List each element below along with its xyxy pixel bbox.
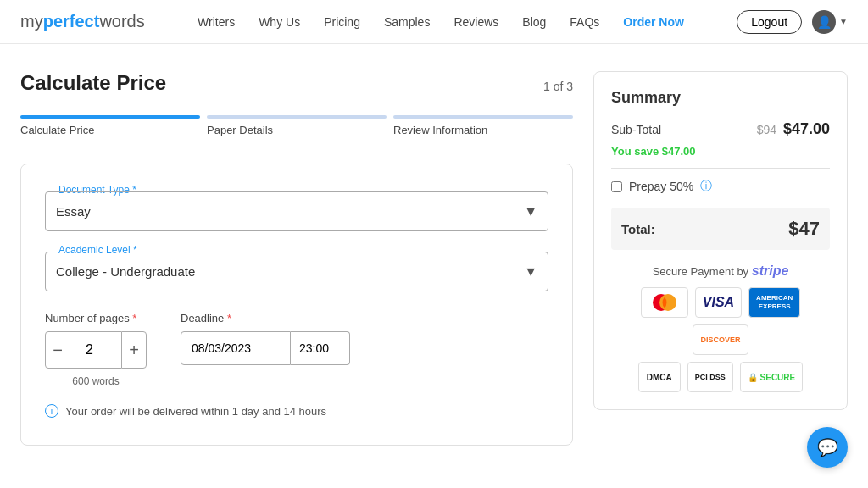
academic-level-select-wrapper: High School College - Undergraduate Univ… (45, 252, 548, 291)
prepay-row: Prepay 50% ⓘ (611, 179, 830, 194)
main-content: Calculate Price 1 of 3 Calculate Price P… (0, 44, 868, 473)
visa-logo: VISA (695, 287, 742, 318)
nav-writers[interactable]: Writers (198, 15, 235, 29)
discover-logo: DISCOVER (693, 324, 748, 355)
brand-prefix: my (20, 12, 43, 30)
subtotal-label: Sub-Total (611, 123, 661, 136)
logout-button[interactable]: Logout (737, 10, 802, 34)
progress-steps: Calculate Price Paper Details Review Inf… (20, 115, 573, 136)
document-type-group: Document Type * Essay Research Paper Dis… (45, 191, 548, 231)
page-title: Calculate Price (20, 71, 166, 95)
deadline-date-input[interactable] (181, 331, 291, 365)
svg-point-1 (659, 294, 676, 311)
divider (611, 168, 830, 169)
academic-level-select[interactable]: High School College - Undergraduate Univ… (46, 252, 548, 291)
step-indicator: 1 of 3 (543, 80, 573, 93)
navbar-right: Logout 👤 ▼ (737, 10, 848, 34)
savings-text: You save $47.00 (611, 145, 830, 158)
step-bar-1 (20, 115, 200, 119)
user-avatar: 👤 (812, 10, 836, 34)
pcidss-badge: PCI DSS (687, 362, 733, 392)
deadline-inputs (181, 331, 350, 365)
user-chevron-icon: ▼ (839, 17, 848, 26)
document-type-select[interactable]: Essay Research Paper Dissertation Course… (46, 192, 548, 230)
pages-deadline-row: Number of pages * − + 600 words Deadline… (45, 312, 548, 387)
chat-bubble[interactable]: 💬 (807, 427, 848, 468)
left-panel: Calculate Price 1 of 3 Calculate Price P… (20, 71, 573, 446)
total-price: $47 (788, 218, 820, 240)
brand-suffix: words (99, 12, 144, 30)
subtotal-row: Sub-Total $94 $47.00 (611, 120, 830, 138)
price-display: $94 $47.00 (757, 120, 830, 138)
pages-label: Number of pages * (45, 312, 147, 324)
user-menu[interactable]: 👤 ▼ (812, 10, 848, 34)
secure-payment-text: Secure Payment by stripe (611, 263, 830, 279)
total-label: Total: (621, 222, 655, 236)
nav-order-now[interactable]: Order Now (623, 15, 684, 29)
prepay-checkbox[interactable] (611, 181, 622, 192)
nav-links: Writers Why Us Pricing Samples Reviews B… (198, 15, 684, 29)
amex-logo: AMERICANEXPRESS (748, 287, 800, 318)
nav-reviews[interactable]: Reviews (453, 15, 498, 29)
words-count: 600 words (45, 375, 147, 387)
right-panel: Summary Sub-Total $94 $47.00 You save $4… (593, 71, 848, 446)
prepay-label: Prepay 50% (629, 180, 693, 193)
payment-logos: VISA AMERICANEXPRESS DISCOVER (611, 287, 830, 355)
deadline-section: Deadline * (181, 312, 350, 365)
step-bar-3 (393, 115, 573, 119)
brand-logo: myperfectwords (20, 12, 145, 31)
brand-highlight: perfect (43, 12, 100, 30)
academic-level-group: Academic Level * High School College - U… (45, 252, 548, 291)
deadline-time-input[interactable] (291, 331, 350, 365)
summary-card: Summary Sub-Total $94 $47.00 You save $4… (593, 71, 848, 410)
total-row: Total: $47 (611, 208, 830, 250)
nav-pricing[interactable]: Pricing (324, 15, 360, 29)
delivery-note-text: Your order will be delivered within 1 da… (65, 405, 326, 418)
step-bar-2 (207, 115, 387, 119)
pages-increment-button[interactable]: + (121, 331, 147, 369)
secure-badge: 🔒 SECURE (740, 362, 803, 392)
nav-why-us[interactable]: Why Us (259, 15, 300, 29)
prepay-info-icon[interactable]: ⓘ (700, 179, 712, 194)
original-price: $94 (757, 123, 776, 136)
delivery-info-icon: i (45, 404, 58, 418)
nav-faqs[interactable]: FAQs (570, 15, 599, 29)
step-label-1: Calculate Price (20, 124, 200, 136)
pages-counter: − + (45, 331, 147, 369)
step-paper-details: Paper Details (207, 115, 387, 136)
pages-decrement-button[interactable]: − (45, 331, 70, 369)
pages-section: Number of pages * − + 600 words (45, 312, 147, 387)
navbar: myperfectwords Writers Why Us Pricing Sa… (0, 0, 868, 44)
step-label-3: Review Information (393, 124, 573, 136)
security-badges: DMCA PCI DSS 🔒 SECURE (611, 362, 830, 392)
nav-samples[interactable]: Samples (384, 15, 430, 29)
delivery-note: i Your order will be delivered within 1 … (45, 404, 548, 418)
pages-input[interactable] (70, 331, 121, 369)
stripe-label: stripe (752, 263, 789, 278)
step-calculate-price: Calculate Price (20, 115, 200, 136)
summary-title: Summary (611, 89, 830, 107)
deadline-label: Deadline * (181, 312, 350, 324)
mastercard-logo (641, 287, 688, 318)
step-review-information: Review Information (393, 115, 573, 136)
document-type-select-wrapper: Essay Research Paper Dissertation Course… (45, 191, 548, 231)
step-label-2: Paper Details (207, 124, 387, 136)
form-card: Document Type * Essay Research Paper Dis… (20, 164, 573, 446)
nav-blog[interactable]: Blog (522, 15, 546, 29)
current-price: $47.00 (783, 120, 830, 137)
dmca-badge: DMCA (638, 362, 681, 392)
